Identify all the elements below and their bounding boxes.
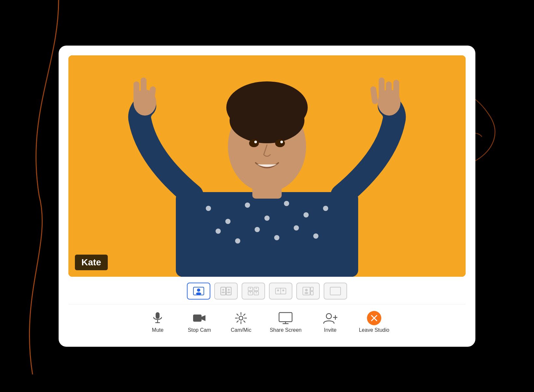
svg-point-50	[256, 292, 257, 293]
svg-point-9	[303, 212, 309, 217]
svg-point-4	[206, 206, 211, 211]
svg-point-69	[326, 314, 331, 319]
video-background	[68, 55, 466, 277]
layout-btn-single[interactable]	[187, 283, 210, 300]
svg-point-13	[255, 227, 260, 232]
studio-window: Kate	[59, 46, 475, 347]
svg-rect-64	[193, 315, 202, 322]
svg-point-47	[250, 288, 251, 289]
monitor-icon	[278, 311, 293, 325]
svg-point-14	[274, 235, 279, 240]
svg-point-20	[230, 98, 304, 143]
svg-point-24	[280, 141, 283, 143]
controls-bar: Mute Stop Cam Cam/Mic	[68, 304, 466, 340]
share-screen-button[interactable]: Share Screen	[270, 311, 302, 333]
participant-video	[68, 55, 466, 277]
svg-point-12	[235, 238, 240, 244]
cam-mic-button[interactable]: Cam/Mic	[228, 311, 254, 333]
invite-button[interactable]: Invite	[317, 311, 343, 333]
svg-point-42	[227, 291, 231, 293]
svg-point-39	[222, 289, 224, 291]
svg-point-35	[197, 288, 200, 292]
svg-rect-3	[176, 192, 358, 277]
svg-rect-31	[379, 77, 385, 100]
svg-point-15	[294, 225, 299, 231]
invite-label: Invite	[324, 327, 336, 333]
svg-rect-56	[311, 287, 313, 291]
layout-btn-4grid[interactable]	[242, 283, 265, 300]
layout-btn-presenter[interactable]	[296, 283, 320, 300]
svg-point-8	[284, 201, 289, 206]
svg-point-36	[196, 292, 201, 295]
stop-cam-label: Stop Cam	[188, 327, 211, 333]
svg-point-48	[256, 288, 257, 289]
svg-point-21	[249, 139, 259, 147]
svg-point-49	[250, 292, 251, 293]
svg-point-58	[305, 289, 308, 291]
svg-rect-27	[141, 77, 147, 100]
share-screen-label: Share Screen	[270, 327, 302, 333]
svg-point-5	[225, 219, 231, 224]
svg-point-53	[277, 289, 279, 291]
svg-point-40	[222, 291, 225, 293]
leave-studio-label: Leave Studio	[359, 327, 389, 333]
svg-point-59	[304, 292, 308, 294]
leave-studio-button[interactable]: Leave Studio	[359, 311, 389, 333]
svg-point-41	[228, 289, 230, 291]
svg-point-10	[323, 206, 328, 211]
svg-rect-37	[221, 287, 226, 295]
leave-icon	[367, 311, 381, 325]
video-area: Kate	[68, 55, 466, 277]
svg-rect-33	[393, 80, 399, 102]
cam-mic-label: Cam/Mic	[231, 327, 251, 333]
svg-rect-66	[279, 313, 292, 322]
svg-rect-60	[330, 287, 341, 295]
camera-icon	[192, 311, 206, 325]
svg-rect-57	[311, 291, 313, 295]
svg-point-11	[216, 229, 221, 234]
layout-btn-sidebyside[interactable]	[269, 283, 292, 300]
svg-rect-30	[386, 81, 392, 103]
layout-btn-2grid[interactable]	[214, 283, 238, 300]
svg-point-23	[254, 141, 257, 143]
layout-selector	[68, 277, 466, 303]
svg-rect-61	[156, 312, 160, 319]
svg-point-6	[245, 203, 250, 208]
layout-btn-minimal[interactable]	[324, 283, 347, 300]
svg-point-22	[275, 139, 285, 147]
mute-icon	[150, 311, 165, 325]
svg-point-65	[239, 316, 243, 320]
mute-label: Mute	[152, 327, 164, 333]
person-add-icon	[323, 311, 337, 325]
svg-point-54	[282, 289, 284, 291]
participant-name-label: Kate	[75, 255, 108, 270]
mute-button[interactable]: Mute	[145, 311, 171, 333]
svg-point-7	[264, 216, 270, 221]
svg-rect-38	[226, 287, 231, 295]
settings-icon	[234, 311, 248, 325]
svg-rect-26	[134, 81, 139, 103]
svg-point-16	[313, 233, 318, 239]
stop-cam-button[interactable]: Stop Cam	[186, 311, 212, 333]
